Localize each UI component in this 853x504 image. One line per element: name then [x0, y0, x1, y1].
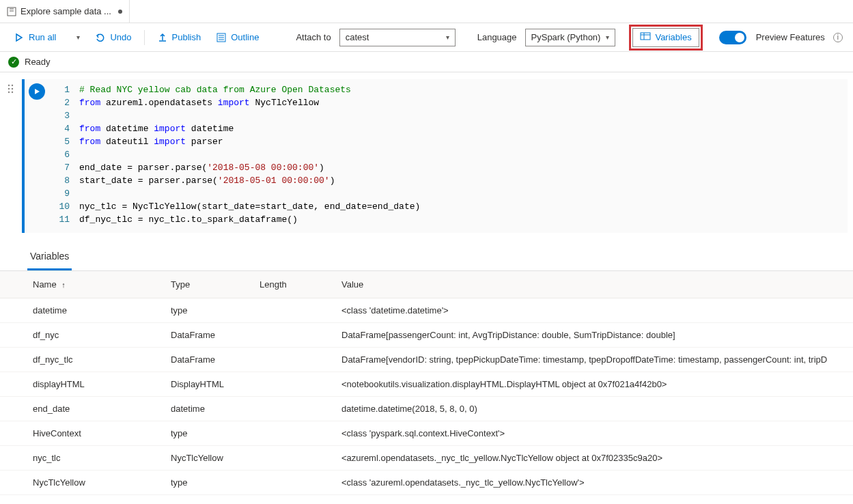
outline-icon	[216, 32, 227, 43]
table-row[interactable]: df_nycDataFrameDataFrame[passengerCount:…	[0, 323, 853, 348]
col-length-label: Length	[260, 279, 287, 290]
publish-button[interactable]: Publish	[152, 29, 207, 46]
svg-marker-3	[16, 34, 22, 41]
publish-icon	[157, 32, 168, 43]
col-value-label: Value	[341, 279, 363, 290]
code-line: start_date = parser.parse('2018-05-01 00…	[79, 174, 848, 187]
cell-name: df_nyc	[0, 323, 164, 348]
svg-point-16	[12, 92, 13, 93]
cell-type: type	[164, 298, 253, 323]
cell-value: DataFrame[vendorID: string, tpepPickupDa…	[335, 348, 853, 372]
sort-ascending-icon: ↑	[61, 281, 66, 289]
cell-name: NycTlcYellow	[0, 471, 164, 495]
cell-value: DataFrame[passengerCount: int, AvgTripDi…	[335, 323, 853, 348]
run-all-label: Run all	[29, 32, 56, 42]
chevron-down-icon: ▾	[606, 33, 609, 41]
notebook-icon	[7, 7, 16, 16]
code-line: from dateutil import parser	[79, 135, 848, 148]
cell-value: <class 'azureml.opendatasets._nyc_tlc_ye…	[335, 471, 853, 495]
code-cell: 1234567891011 # Read NYC yellow cab data…	[22, 79, 848, 233]
status-text: Ready	[25, 57, 51, 67]
svg-rect-8	[641, 33, 650, 40]
code-line: from azureml.opendatasets import NycTlcY…	[79, 96, 848, 109]
variables-icon	[640, 31, 651, 44]
line-number: 5	[49, 135, 70, 148]
run-cell-area	[25, 79, 49, 233]
variables-button[interactable]: Variables	[632, 28, 699, 47]
table-row[interactable]: df_nyc_tlcDataFrameDataFrame[vendorID: s…	[0, 348, 853, 372]
line-number: 11	[49, 213, 70, 226]
code-content: # Read NYC yellow cab data from Azure Op…	[79, 83, 848, 226]
col-name-header[interactable]: Name ↑	[0, 271, 164, 298]
cell-length	[253, 471, 335, 495]
cell-name: end_date	[0, 397, 164, 421]
code-line: df_nyc_tlc = nyc_tlc.to_spark_dataframe(…	[79, 213, 848, 226]
preview-features-toggle[interactable]	[719, 31, 746, 44]
cell-length	[253, 348, 335, 372]
chevron-down-icon: ▾	[446, 33, 449, 41]
run-all-button[interactable]: Run all	[8, 29, 61, 46]
svg-point-12	[12, 85, 13, 86]
code-editor[interactable]: 1234567891011 # Read NYC yellow cab data…	[49, 79, 848, 233]
attach-to-select[interactable]: catest ▾	[339, 29, 456, 46]
col-length-header[interactable]: Length	[253, 271, 335, 298]
cell-name: df_nyc_tlc	[0, 348, 164, 372]
table-row[interactable]: nyc_tlcNycTlcYellow<azureml.opendatasets…	[0, 446, 853, 471]
col-type-header[interactable]: Type	[164, 271, 253, 298]
run-dropdown-button[interactable]: ▾	[66, 31, 85, 44]
cell-length	[253, 397, 335, 421]
cell-length	[253, 323, 335, 348]
table-header-row: Name ↑ Type Length Value	[0, 271, 853, 298]
cell-value: datetime.datetime(2018, 5, 8, 0, 0)	[335, 397, 853, 421]
cell-name: HiveContext	[0, 421, 164, 446]
variables-tab-label: Variables	[30, 251, 69, 262]
panel-tabs: Variables	[0, 233, 853, 271]
variables-table: Name ↑ Type Length Value datetimetype<cl…	[0, 271, 853, 495]
cell-value: <class 'datetime.datetime'>	[335, 298, 853, 323]
outline-label: Outline	[231, 32, 259, 42]
line-number: 9	[49, 187, 70, 200]
cell-drag-handle[interactable]	[5, 79, 16, 233]
run-cell-button[interactable]	[29, 83, 45, 100]
undo-label: Undo	[110, 32, 131, 42]
variables-label: Variables	[655, 32, 691, 42]
cell-name: displayHTML	[0, 372, 164, 397]
cell-length	[253, 372, 335, 397]
line-number: 6	[49, 148, 70, 161]
code-line	[79, 109, 848, 122]
svg-point-14	[12, 88, 13, 89]
variables-tab[interactable]: Variables	[27, 247, 72, 270]
ready-status-icon: ✓	[8, 57, 19, 68]
cell-type: DataFrame	[164, 323, 253, 348]
attach-to-label: Attach to	[296, 32, 331, 42]
table-row[interactable]: end_datedatetimedatetime.datetime(2018, …	[0, 397, 853, 421]
undo-button[interactable]: Undo	[89, 29, 137, 46]
attach-to-value: catest	[346, 32, 369, 42]
code-line	[79, 187, 848, 200]
line-number: 2	[49, 96, 70, 109]
table-row[interactable]: datetimetype<class 'datetime.datetime'>	[0, 298, 853, 323]
cell-length	[253, 298, 335, 323]
chevron-down-icon: ▾	[76, 33, 80, 41]
line-number: 10	[49, 200, 70, 213]
svg-point-15	[8, 92, 10, 93]
info-icon[interactable]: i	[833, 33, 843, 42]
status-bar: ✓ Ready	[0, 52, 853, 72]
table-row[interactable]: HiveContexttype<class 'pyspark.sql.conte…	[0, 421, 853, 446]
line-gutter: 1234567891011	[49, 83, 79, 226]
table-row[interactable]: NycTlcYellowtype<class 'azureml.opendata…	[0, 471, 853, 495]
col-value-header[interactable]: Value	[335, 271, 853, 298]
col-type-label: Type	[171, 279, 190, 290]
outline-button[interactable]: Outline	[210, 29, 264, 46]
cell-value: <azureml.opendatasets._nyc_tlc_yellow.Ny…	[335, 446, 853, 471]
cell-name: datetime	[0, 298, 164, 323]
svg-marker-17	[35, 89, 40, 94]
language-select[interactable]: PySpark (Python) ▾	[525, 29, 616, 46]
notebook-tab[interactable]: Explore sample data ...	[0, 0, 130, 23]
play-icon	[14, 32, 25, 43]
table-row[interactable]: displayHTMLDisplayHTML<notebookutils.vis…	[0, 372, 853, 397]
line-number: 8	[49, 174, 70, 187]
code-line: # Read NYC yellow cab data from Azure Op…	[79, 83, 848, 96]
language-label: Language	[477, 32, 517, 42]
language-value: PySpark (Python)	[531, 32, 601, 42]
